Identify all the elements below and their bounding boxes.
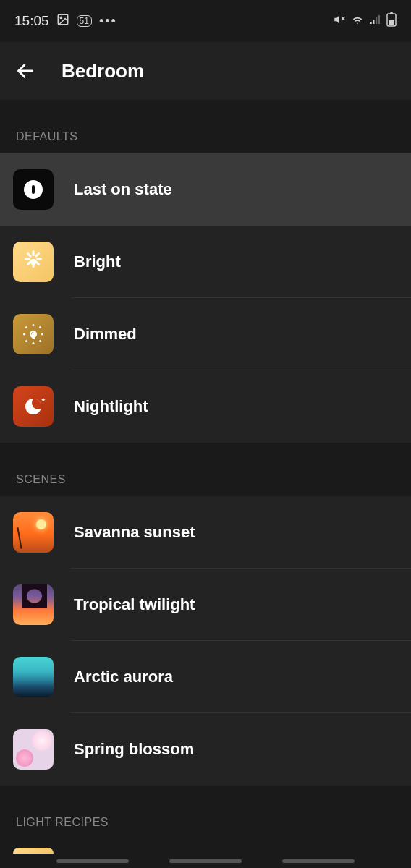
power-icon xyxy=(13,169,54,210)
scenes-list: Savanna sunset Tropical twilight Arctic … xyxy=(0,496,411,786)
svg-rect-7 xyxy=(378,15,380,24)
nav-home[interactable] xyxy=(169,859,242,863)
default-item-bright[interactable]: Bright xyxy=(0,226,411,298)
moon-icon: ✦ xyxy=(13,386,54,427)
item-label: Savanna sunset xyxy=(74,523,195,542)
battery-icon xyxy=(386,12,397,30)
svg-point-1 xyxy=(60,17,62,18)
scene-thumbnail xyxy=(13,512,54,553)
arrow-left-icon xyxy=(15,61,35,81)
mute-vibrate-icon xyxy=(333,13,346,30)
svg-rect-6 xyxy=(376,17,377,24)
wifi-icon xyxy=(350,13,365,30)
sun-dim-icon xyxy=(13,314,54,354)
more-icon: ••• xyxy=(99,14,117,29)
section-header-recipes: LIGHT RECIPES xyxy=(0,786,411,839)
badge-icon: 51 xyxy=(77,15,92,27)
scene-thumbnail xyxy=(13,584,54,625)
recipe-item-peek[interactable] xyxy=(13,848,54,854)
image-icon xyxy=(56,13,69,30)
nav-recents[interactable] xyxy=(56,859,129,863)
status-time: 15:05 xyxy=(14,13,49,29)
svg-rect-4 xyxy=(370,22,372,24)
default-item-last-on-state[interactable]: Last on state xyxy=(0,153,411,226)
scene-item-savanna-sunset[interactable]: Savanna sunset xyxy=(0,496,411,569)
item-label: Tropical twilight xyxy=(74,595,195,614)
status-left: 15:05 51 ••• xyxy=(14,13,117,30)
item-label: Spring blossom xyxy=(74,740,194,759)
item-label: Last on state xyxy=(74,180,172,199)
default-item-dimmed[interactable]: Dimmed xyxy=(0,298,411,370)
item-label: Bright xyxy=(74,252,121,271)
item-label: Dimmed xyxy=(74,325,137,344)
section-header-defaults: DEFAULTS xyxy=(0,100,411,153)
defaults-list: Last on state Bright xyxy=(0,153,411,443)
back-button[interactable] xyxy=(14,60,36,82)
status-bar: 15:05 51 ••• xyxy=(0,0,411,42)
signal-icon xyxy=(369,13,382,30)
scene-thumbnail xyxy=(13,729,54,770)
nav-back[interactable] xyxy=(282,859,355,863)
item-label: Nightlight xyxy=(74,397,148,416)
app-header: Bedroom xyxy=(0,42,411,100)
section-header-scenes: SCENES xyxy=(0,443,411,496)
default-item-nightlight[interactable]: ✦ Nightlight xyxy=(0,370,411,443)
status-right xyxy=(333,12,397,30)
svg-rect-9 xyxy=(389,20,394,25)
page-title: Bedroom xyxy=(62,60,144,82)
item-label: Arctic aurora xyxy=(74,668,173,686)
svg-rect-5 xyxy=(373,20,374,24)
system-nav-bar xyxy=(0,854,411,868)
svg-rect-10 xyxy=(390,12,393,14)
scene-item-tropical-twilight[interactable]: Tropical twilight xyxy=(0,569,411,641)
scene-item-spring-blossom[interactable]: Spring blossom xyxy=(0,713,411,786)
scene-thumbnail xyxy=(13,657,54,697)
sun-bright-icon xyxy=(13,242,54,282)
scene-item-arctic-aurora[interactable]: Arctic aurora xyxy=(0,641,411,713)
